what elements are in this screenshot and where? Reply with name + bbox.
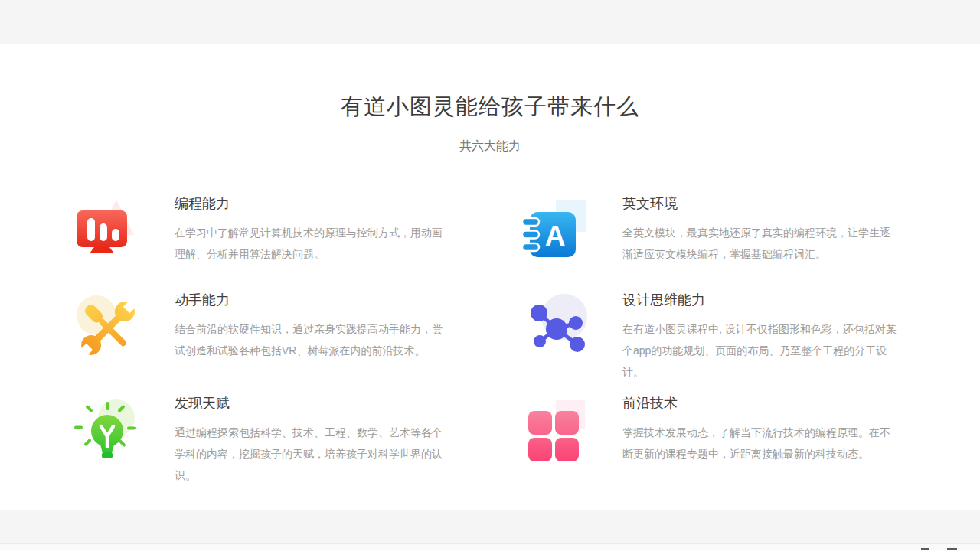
feature-card-design-thinking: 设计思维能力 在有道小图灵课程中, 设计不仅指图形和色彩，还包括对某个app的功… [521,292,897,383]
feature-description: 通过编程探索包括科学、技术、工程、数学、艺术等各个学科的内容，挖掘孩子的天赋，培… [175,422,448,486]
abilities-section: 有道小图灵能给孩子带来什么 共六大能力 [0,44,980,510]
feature-title: 英文环境 [622,195,897,212]
feature-description: 结合前沿的软硬件知识，通过亲身实践提高动手能力，尝试创造和试验各种包括VR、树莓… [175,318,448,361]
page-subtitle: 共六大能力 [0,139,980,153]
clipped-text-fragment [947,548,957,550]
feature-title: 编程能力 [175,195,448,212]
feature-card-frontier-tech: 前沿技术 掌握技术发展动态，了解当下流行技术的编程原理。在不断更新的课程专题中，… [521,395,897,486]
grid-squares-icon [521,397,591,461]
feature-description: 掌握技术发展动态，了解当下流行技术的编程原理。在不断更新的课程专题中，近距离接触… [622,422,897,465]
footer-band [0,510,980,544]
feature-card-english: A 英文环境 全英文模块，最真实地还原了真实的编程环境，让学生逐渐适应英文模块编… [521,195,897,279]
lightbulb-icon [73,397,143,461]
svg-text:A: A [545,220,566,252]
feature-description: 在有道小图灵课程中, 设计不仅指图形和色彩，还包括对某个app的功能规划、页面的… [622,318,897,383]
bottom-strip [0,544,980,550]
feature-card-programming: 编程能力 在学习中了解常见计算机技术的原理与控制方式，用动画理解、分析并用算法解… [73,195,448,279]
feature-card-talent: 发现天赋 通过编程探索包括科学、技术、工程、数学、艺术等各个学科的内容，挖掘孩子… [73,395,448,486]
features-grid: 编程能力 在学习中了解常见计算机技术的原理与控制方式，用动画理解、分析并用算法解… [73,195,897,486]
feature-title: 设计思维能力 [622,292,897,308]
feature-description: 在学习中了解常见计算机技术的原理与控制方式，用动画理解、分析并用算法解决问题。 [175,222,448,265]
feature-title: 前沿技术 [622,395,897,412]
english-book-icon: A [521,197,591,262]
monitor-chart-icon [73,197,143,262]
wrench-screwdriver-icon [73,294,143,358]
feature-description: 全英文模块，最真实地还原了真实的编程环境，让学生逐渐适应英文模块编程，掌握基础编… [622,222,897,265]
page-title: 有道小图灵能给孩子带来什么 [0,44,980,119]
feature-card-hands-on: 动手能力 结合前沿的软硬件知识，通过亲身实践提高动手能力，尝试创造和试验各种包括… [73,292,448,383]
molecule-icon [521,294,591,358]
clipped-text-fragment [921,548,929,550]
feature-title: 发现天赋 [175,395,448,412]
feature-title: 动手能力 [175,292,448,308]
top-band [0,0,980,44]
